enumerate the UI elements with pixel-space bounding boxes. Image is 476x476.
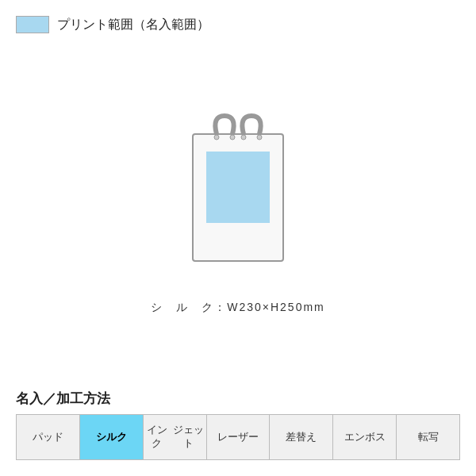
method-btn-emboss[interactable]: エンボス <box>333 415 397 459</box>
svg-point-3 <box>241 135 246 140</box>
section-title: 名入／加工方法 <box>16 390 460 408</box>
method-btn-silk[interactable]: シルク <box>80 415 144 459</box>
dimension-label: シ ル ク：W230×H250mm <box>151 301 325 315</box>
page-wrapper: プリント範囲（名入範囲） シ ル ク：W230×H250mm 名入／加工方法 パ… <box>0 0 476 476</box>
bag-area: シ ル ク：W230×H250mm <box>16 41 460 385</box>
svg-point-2 <box>230 135 235 140</box>
method-btn-transfer[interactable]: 転写 <box>397 415 459 459</box>
method-btn-inkjet[interactable]: インクジェット <box>144 415 207 459</box>
legend-label: プリント範囲（名入範囲） <box>57 17 209 33</box>
bag-diagram <box>171 112 305 294</box>
legend-row: プリント範囲（名入範囲） <box>16 16 460 33</box>
svg-point-1 <box>214 135 219 140</box>
method-btn-replace[interactable]: 差替え <box>270 415 333 459</box>
method-btn-pad[interactable]: パッド <box>17 415 80 459</box>
method-buttons: パッドシルクインクジェットレーザー差替えエンボス転写 <box>16 414 460 460</box>
svg-rect-5 <box>206 152 270 223</box>
legend-color-box <box>16 16 49 33</box>
method-btn-laser[interactable]: レーザー <box>207 415 271 459</box>
svg-point-4 <box>257 135 262 140</box>
